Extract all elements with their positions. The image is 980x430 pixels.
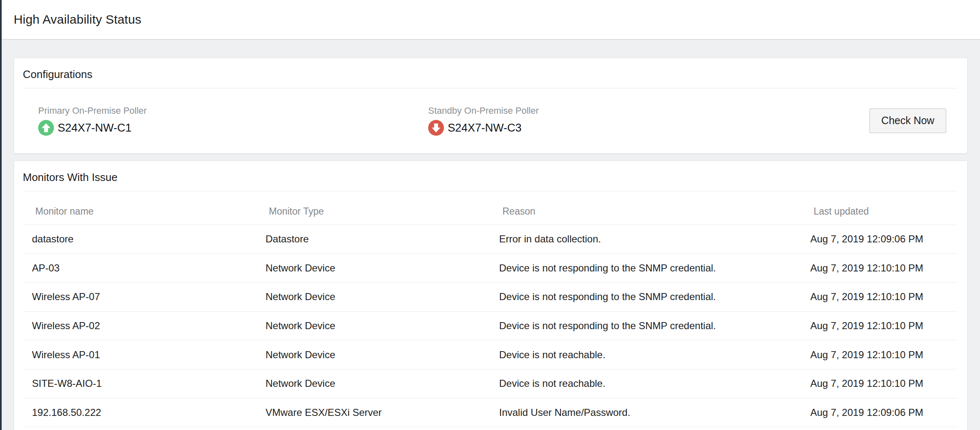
- configurations-body: Primary On-Premise Poller S24X7-NW-C1 St…: [14, 88, 967, 153]
- column-header: Last updated: [801, 191, 958, 225]
- left-accent-bar: [0, 0, 2, 430]
- monitor-type-cell: Network Device: [256, 254, 490, 283]
- monitor-name-cell: Wireless AP-07: [23, 282, 256, 311]
- content-area: Configurations Primary On-Premise Poller…: [0, 40, 980, 430]
- column-header: Reason: [490, 191, 801, 225]
- column-header: Monitor name: [23, 191, 256, 225]
- reason-cell: Device is not responding to the SNMP cre…: [490, 311, 801, 340]
- header-row: Monitor nameMonitor TypeReasonLast updat…: [23, 191, 958, 225]
- reason-cell: Invalid User Name/Password.: [490, 398, 801, 427]
- last-updated-cell: Aug 7, 2019 12:09:06 PM: [801, 225, 958, 254]
- table-row[interactable]: datastore Datastore Error in data collec…: [23, 225, 958, 254]
- reason-cell: Error in data collection.: [490, 225, 801, 254]
- poller-label: Standby On-Premise Poller: [428, 105, 818, 116]
- configurations-card: Configurations Primary On-Premise Poller…: [14, 58, 968, 154]
- table-row[interactable]: Wireless AP-07 Network Device Device is …: [23, 282, 958, 311]
- poller-block: Primary On-Premise Poller S24X7-NW-C1: [38, 105, 428, 136]
- pollers: Primary On-Premise Poller S24X7-NW-C1 St…: [38, 105, 818, 136]
- last-updated-cell: Aug 7, 2019 12:10:10 PM: [801, 282, 958, 311]
- poller-label: Primary On-Premise Poller: [38, 105, 428, 116]
- table-row[interactable]: Wireless AP-01 Network Device Device is …: [23, 340, 958, 369]
- column-header: Monitor Type: [256, 191, 490, 225]
- last-updated-cell: Aug 7, 2019 12:10:10 PM: [801, 369, 958, 398]
- monitor-name-cell: Wireless AP-02: [23, 311, 256, 340]
- configurations-card-title: Configurations: [14, 58, 967, 88]
- poller-name-text: S24X7-NW-C1: [58, 122, 132, 134]
- table-row[interactable]: AP-03 Network Device Device is not respo…: [23, 254, 958, 283]
- poller-block: Standby On-Premise Poller S24X7-NW-C3: [428, 105, 818, 136]
- poller-name: S24X7-NW-C1: [38, 120, 428, 136]
- monitors-table-body: datastore Datastore Error in data collec…: [23, 225, 958, 427]
- last-updated-cell: Aug 7, 2019 12:09:06 PM: [801, 398, 958, 427]
- poller-name-text: S24X7-NW-C3: [448, 122, 522, 134]
- last-updated-cell: Aug 7, 2019 12:10:10 PM: [801, 340, 958, 369]
- monitors-table-header: Monitor nameMonitor TypeReasonLast updat…: [23, 191, 958, 225]
- monitor-name-cell: Wireless AP-01: [23, 340, 256, 369]
- reason-cell: Device is not responding to the SNMP cre…: [490, 282, 801, 311]
- table-row[interactable]: SITE-W8-AIO-1 Network Device Device is n…: [23, 369, 958, 398]
- monitor-type-cell: Network Device: [256, 340, 490, 369]
- table-row[interactable]: Wireless AP-02 Network Device Device is …: [23, 311, 958, 340]
- reason-cell: Device is not reachable.: [490, 340, 801, 369]
- arrow-up-circle-icon: [38, 120, 54, 136]
- monitor-name-cell: 192.168.50.222: [23, 398, 256, 427]
- monitor-name-cell: datastore: [23, 225, 256, 254]
- monitor-name-cell: AP-03: [23, 254, 256, 283]
- last-updated-cell: Aug 7, 2019 12:10:10 PM: [801, 311, 958, 340]
- monitor-type-cell: Datastore: [256, 225, 490, 254]
- monitors-card-title: Monitors With Issue: [14, 161, 967, 191]
- reason-cell: Device is not reachable.: [490, 369, 801, 398]
- last-updated-cell: Aug 7, 2019 12:10:10 PM: [801, 254, 958, 283]
- monitor-type-cell: Network Device: [256, 369, 490, 398]
- table-row[interactable]: 192.168.50.222 VMware ESX/ESXi Server In…: [23, 398, 958, 427]
- check-now-button[interactable]: Check Now: [869, 108, 946, 133]
- poller-name: S24X7-NW-C3: [428, 120, 818, 136]
- monitor-type-cell: Network Device: [256, 311, 490, 340]
- reason-cell: Device is not responding to the SNMP cre…: [490, 254, 801, 283]
- monitors-with-issue-card: Monitors With Issue Monitor nameMonitor …: [14, 161, 968, 430]
- monitor-name-cell: SITE-W8-AIO-1: [23, 369, 256, 398]
- page-title: High Availability Status: [14, 12, 141, 27]
- monitors-table: Monitor nameMonitor TypeReasonLast updat…: [23, 191, 958, 427]
- arrow-down-circle-icon: [428, 120, 444, 136]
- page-header: High Availability Status: [0, 0, 980, 40]
- monitor-type-cell: Network Device: [256, 282, 490, 311]
- monitor-type-cell: VMware ESX/ESXi Server: [256, 398, 490, 427]
